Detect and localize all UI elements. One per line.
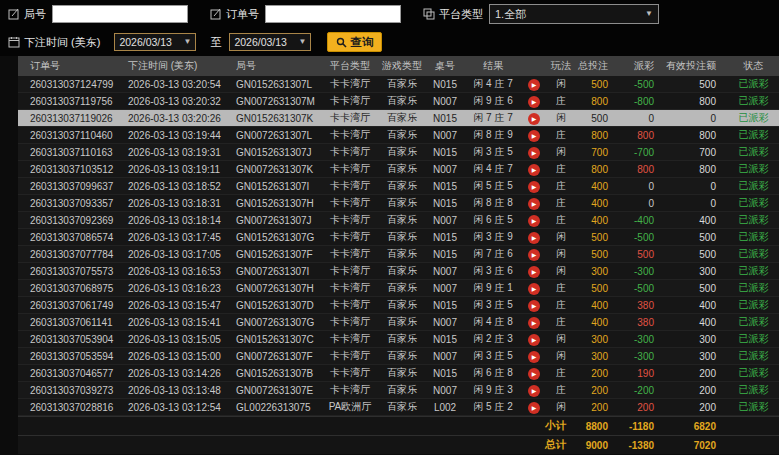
valid-bet: 800 bbox=[666, 164, 728, 175]
col-total: 总投注 bbox=[576, 59, 620, 73]
play-video-button[interactable]: ▶ bbox=[528, 317, 540, 329]
table-row[interactable]: 260313037061141 2026-03-13 03:15:41 GN00… bbox=[18, 314, 779, 331]
layers-icon bbox=[423, 8, 435, 20]
table-row[interactable]: 260313037124799 2026-03-13 03:20:54 GN01… bbox=[18, 76, 779, 93]
table-row[interactable]: 260313037119756 2026-03-13 03:20:32 GN00… bbox=[18, 93, 779, 110]
total-bet: 400 bbox=[576, 181, 620, 192]
order-input[interactable] bbox=[265, 5, 401, 23]
table-row[interactable]: 260313037053594 2026-03-13 03:15:00 GN00… bbox=[18, 348, 779, 365]
table-row[interactable]: 260313037068975 2026-03-13 03:16:23 GN00… bbox=[18, 280, 779, 297]
play-video-button[interactable]: ▶ bbox=[528, 334, 540, 346]
play-video-button[interactable]: ▶ bbox=[528, 181, 540, 193]
bet-time: 2026-03-13 03:17:45 bbox=[126, 232, 234, 243]
col-game: 游戏类型 bbox=[378, 59, 426, 73]
order-number: 260313037039273 bbox=[18, 385, 126, 396]
game-type: 百家乐 bbox=[378, 349, 426, 363]
play-video-button[interactable]: ▶ bbox=[528, 113, 540, 125]
bet-time: 2026-03-13 03:16:53 bbox=[126, 266, 234, 277]
table-row[interactable]: 260313037092369 2026-03-13 03:18:14 GN00… bbox=[18, 212, 779, 229]
play-video-button[interactable]: ▶ bbox=[528, 368, 540, 380]
bet-type: 庄 bbox=[546, 179, 576, 193]
play-icon: ▶ bbox=[532, 368, 537, 380]
bet-time: 2026-03-13 03:20:32 bbox=[126, 96, 234, 107]
play-video-button[interactable]: ▶ bbox=[528, 147, 540, 159]
platform-type: 卡卡湾厅 bbox=[322, 247, 378, 261]
play-video-button[interactable]: ▶ bbox=[528, 96, 540, 108]
round-number: GN0152631307D bbox=[234, 300, 322, 311]
game-result: 闲 3 庄 5 bbox=[464, 145, 522, 159]
bet-type: 闲 bbox=[546, 400, 576, 414]
status-badge: 已派彩 bbox=[728, 230, 779, 244]
calendar-icon bbox=[8, 36, 20, 48]
col-platform: 平台类型 bbox=[322, 59, 378, 73]
table-row[interactable]: 260313037075573 2026-03-13 03:16:53 GN00… bbox=[18, 263, 779, 280]
status-badge: 已派彩 bbox=[728, 315, 779, 329]
game-result: 闲 9 庄 3 bbox=[464, 383, 522, 397]
valid-bet: 400 bbox=[666, 300, 728, 311]
valid-bet: 200 bbox=[666, 368, 728, 379]
game-type: 百家乐 bbox=[378, 196, 426, 210]
table-row[interactable]: 260313037053904 2026-03-13 03:15:05 GN01… bbox=[18, 331, 779, 348]
valid-bet: 400 bbox=[666, 215, 728, 226]
play-video-button[interactable]: ▶ bbox=[528, 385, 540, 397]
table-row[interactable]: 260313037077784 2026-03-13 03:17:05 GN01… bbox=[18, 246, 779, 263]
round-input[interactable] bbox=[52, 5, 188, 23]
bet-type: 庄 bbox=[546, 281, 576, 295]
platform-type: 卡卡湾厅 bbox=[322, 145, 378, 159]
game-result: 闲 4 庄 7 bbox=[464, 77, 522, 91]
table-number: N007 bbox=[426, 266, 464, 277]
play-video-button[interactable]: ▶ bbox=[528, 130, 540, 142]
total-bet: 500 bbox=[576, 113, 620, 124]
total-bet: 500 bbox=[576, 249, 620, 260]
table-row[interactable]: 260313037086574 2026-03-13 03:17:45 GN01… bbox=[18, 229, 779, 246]
table-row[interactable]: 260313037110163 2026-03-13 03:19:31 GN01… bbox=[18, 144, 779, 161]
platform-select[interactable]: 1.全部 ▼ bbox=[489, 4, 659, 24]
valid-bet: 300 bbox=[666, 351, 728, 362]
play-video-button[interactable]: ▶ bbox=[528, 266, 540, 278]
play-video-button[interactable]: ▶ bbox=[528, 232, 540, 244]
payout: 500 bbox=[620, 249, 666, 260]
total-bet: 400 bbox=[576, 215, 620, 226]
payout: 0 bbox=[620, 198, 666, 209]
play-video-button[interactable]: ▶ bbox=[528, 198, 540, 210]
status-badge: 已派彩 bbox=[728, 196, 779, 210]
table-row[interactable]: 260313037110460 2026-03-13 03:19:44 GN00… bbox=[18, 127, 779, 144]
table-number: N015 bbox=[426, 198, 464, 209]
col-result: 结果 bbox=[464, 59, 522, 73]
game-result: 闲 5 庄 2 bbox=[464, 400, 522, 414]
game-type: 百家乐 bbox=[378, 230, 426, 244]
table-row[interactable]: 260313037093357 2026-03-13 03:18:31 GN01… bbox=[18, 195, 779, 212]
table-row[interactable]: 260313037046577 2026-03-13 03:14:26 GN01… bbox=[18, 365, 779, 382]
play-video-button[interactable]: ▶ bbox=[528, 283, 540, 295]
table-row[interactable]: 260313037103512 2026-03-13 03:19:11 GN00… bbox=[18, 161, 779, 178]
table-row[interactable]: 260313037028816 2026-03-13 03:12:54 GL00… bbox=[18, 399, 779, 416]
play-video-button[interactable]: ▶ bbox=[528, 164, 540, 176]
play-icon: ▶ bbox=[532, 249, 537, 261]
play-video-button[interactable]: ▶ bbox=[528, 79, 540, 91]
table-row[interactable]: 260313037099637 2026-03-13 03:18:52 GN01… bbox=[18, 178, 779, 195]
play-video-button[interactable]: ▶ bbox=[528, 249, 540, 261]
total-bet: 200 bbox=[576, 402, 620, 413]
table-row[interactable]: 260313037039273 2026-03-13 03:13:48 GN00… bbox=[18, 382, 779, 399]
play-video-button[interactable]: ▶ bbox=[528, 300, 540, 312]
table-row[interactable]: 260313037119026 2026-03-13 03:20:26 GN01… bbox=[18, 110, 779, 127]
play-video-button[interactable]: ▶ bbox=[528, 402, 540, 414]
date-from-picker[interactable]: 2026/03/13 ▼ bbox=[114, 33, 196, 51]
query-button[interactable]: 查询 bbox=[327, 32, 382, 52]
play-video-button[interactable]: ▶ bbox=[528, 351, 540, 363]
status-badge: 已派彩 bbox=[728, 281, 779, 295]
col-method: 玩法 bbox=[546, 59, 576, 73]
platform-type: 卡卡湾厅 bbox=[322, 366, 378, 380]
platform-type: 卡卡湾厅 bbox=[322, 179, 378, 193]
valid-bet: 500 bbox=[666, 79, 728, 90]
game-type: 百家乐 bbox=[378, 264, 426, 278]
play-icon: ▶ bbox=[532, 334, 537, 346]
play-icon: ▶ bbox=[532, 215, 537, 227]
valid-bet: 500 bbox=[666, 249, 728, 260]
round-number: GN0152631307L bbox=[234, 79, 322, 90]
play-video-button[interactable]: ▶ bbox=[528, 215, 540, 227]
bet-time: 2026-03-13 03:20:26 bbox=[126, 113, 234, 124]
date-to-picker[interactable]: 2026/03/13 ▼ bbox=[229, 33, 311, 51]
table-row[interactable]: 260313037061749 2026-03-13 03:15:47 GN01… bbox=[18, 297, 779, 314]
game-type: 百家乐 bbox=[378, 111, 426, 125]
